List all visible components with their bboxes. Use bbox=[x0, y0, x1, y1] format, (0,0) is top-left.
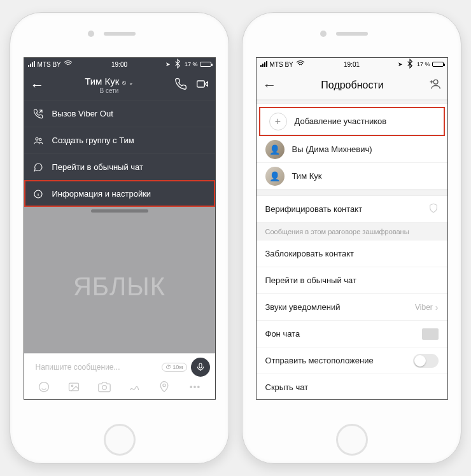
phone-camera bbox=[88, 31, 94, 37]
carrier-label: MTS BY bbox=[38, 61, 61, 68]
battery-icon bbox=[432, 62, 444, 67]
chat-title-text: Тим Кук bbox=[85, 76, 119, 87]
presence-label: В сети bbox=[51, 87, 168, 94]
svg-rect-6 bbox=[69, 383, 79, 391]
screen-left: MTS BY 19:00 ➤ 17 % ← bbox=[24, 57, 216, 400]
svg-point-1 bbox=[36, 137, 38, 140]
menu-label: Вызов Viber Out bbox=[52, 109, 113, 118]
phone-frame-left: MTS BY 19:00 ➤ 17 % ← bbox=[10, 12, 229, 464]
svg-rect-0 bbox=[197, 81, 204, 87]
bluetooth-icon bbox=[172, 59, 183, 70]
sheet-handle[interactable] bbox=[24, 207, 215, 220]
svg-point-9 bbox=[163, 384, 165, 386]
svg-point-7 bbox=[72, 385, 74, 387]
location-arrow-icon: ➤ bbox=[165, 61, 171, 67]
svg-point-11 bbox=[194, 386, 196, 388]
doodle-button[interactable] bbox=[128, 381, 141, 396]
menu-viber-out[interactable]: Вызов Viber Out bbox=[24, 100, 215, 127]
background-swatch bbox=[422, 328, 439, 340]
row-label: Фон чата bbox=[265, 329, 300, 339]
group-icon bbox=[33, 136, 43, 146]
row-notification-sounds[interactable]: Звуки уведомлений Viber › bbox=[257, 294, 447, 321]
status-bar: MTS BY 19:00 ➤ 17 % bbox=[24, 58, 215, 71]
emoji-button[interactable] bbox=[38, 381, 50, 396]
menu-create-group[interactable]: Создать группу с Тим bbox=[24, 127, 215, 153]
back-button[interactable]: ← bbox=[263, 77, 277, 94]
plus-icon: + bbox=[269, 113, 287, 130]
row-hide-chat[interactable]: Скрыть чат bbox=[257, 374, 447, 399]
row-label: Скрыть чат bbox=[265, 382, 309, 392]
toggle-off[interactable] bbox=[413, 354, 439, 368]
menu-label: Информация и настройки bbox=[52, 189, 151, 199]
row-label: Перейти в обычный чат bbox=[265, 276, 357, 285]
shield-icon bbox=[428, 203, 439, 215]
battery-percent: 17 % bbox=[185, 61, 198, 67]
row-label: Звуки уведомлений bbox=[265, 302, 341, 312]
phone-frame-right: MTS BY 19:01 ➤ 17 % ← Подробности bbox=[242, 12, 461, 464]
signal-icon bbox=[260, 61, 268, 68]
status-time: 19:01 bbox=[344, 61, 360, 68]
svg-rect-4 bbox=[199, 363, 202, 368]
bluetooth-icon bbox=[405, 59, 415, 70]
timer-value: 10м bbox=[172, 364, 183, 370]
location-arrow-icon: ➤ bbox=[398, 61, 403, 67]
details-list[interactable]: + Добавление участников 👤 Вы (Дима Михне… bbox=[257, 100, 447, 399]
timer-pill[interactable]: ⏱ 10м bbox=[162, 363, 187, 372]
svg-point-8 bbox=[102, 386, 106, 390]
details-header: ← Подробности bbox=[257, 71, 447, 100]
mic-button[interactable] bbox=[191, 358, 210, 377]
row-send-location[interactable]: Отправить местоположение bbox=[257, 347, 447, 374]
home-button[interactable] bbox=[104, 424, 136, 456]
add-participant-button[interactable] bbox=[428, 78, 441, 93]
menu-label: Создать группу с Тим bbox=[52, 136, 134, 145]
chevron-right-icon: › bbox=[435, 302, 439, 312]
participant-you[interactable]: 👤 Вы (Дима Михневич) bbox=[257, 136, 447, 163]
video-call-button[interactable] bbox=[196, 78, 209, 93]
participant-tim[interactable]: 👤 Тим Кук bbox=[257, 163, 447, 190]
svg-point-13 bbox=[433, 80, 438, 84]
participant-name: Тим Кук bbox=[292, 171, 322, 181]
top-dark-section: MTS BY 19:00 ➤ 17 % ← bbox=[24, 58, 215, 207]
menu-label: Перейти в обычный чат bbox=[52, 162, 144, 172]
phone-speaker bbox=[336, 32, 368, 36]
menu-regular-chat[interactable]: Перейти в обычный чат bbox=[24, 153, 215, 180]
encryption-note: Сообщения в этом разговоре зашифрованы bbox=[257, 223, 447, 241]
phone-camera bbox=[320, 31, 327, 37]
location-button[interactable] bbox=[158, 381, 171, 396]
menu-info-settings[interactable]: Информация и настройки bbox=[24, 180, 215, 207]
compose-bar: Напишите сообщение... ⏱ 10м bbox=[24, 353, 215, 380]
row-regular-chat[interactable]: Перейти в обычный чат bbox=[257, 267, 447, 294]
more-button[interactable] bbox=[188, 381, 201, 396]
info-icon bbox=[33, 189, 43, 199]
avatar: 👤 bbox=[265, 167, 285, 186]
chat-title[interactable]: Тим Кук ⎋ ⌄ bbox=[51, 76, 168, 87]
svg-point-5 bbox=[39, 382, 49, 392]
chat-dropdown-menu: Вызов Viber Out Создать группу с Тим Пер… bbox=[24, 100, 215, 207]
gallery-button[interactable] bbox=[67, 381, 80, 396]
back-button[interactable]: ← bbox=[31, 77, 45, 94]
chat-icon bbox=[33, 162, 43, 172]
camera-button[interactable] bbox=[98, 381, 111, 396]
svg-point-2 bbox=[39, 138, 41, 140]
voice-call-button[interactable] bbox=[174, 78, 187, 93]
message-placeholder: Напишите сообщение... bbox=[36, 363, 120, 372]
chevron-down-icon: ⌄ bbox=[129, 80, 134, 86]
chat-header: ← Тим Кук ⎋ ⌄ В сети bbox=[24, 71, 215, 100]
status-time: 19:00 bbox=[111, 61, 127, 68]
phone-speaker bbox=[104, 32, 136, 36]
status-bar: MTS BY 19:01 ➤ 17 % bbox=[257, 58, 447, 71]
lock-icon: ⎋ bbox=[122, 79, 126, 86]
svg-point-10 bbox=[190, 386, 192, 388]
row-block-contact[interactable]: Заблокировать контакт bbox=[257, 241, 447, 267]
watermark: ЯБЛЫК bbox=[73, 272, 165, 301]
row-verify-contact[interactable]: Верифицировать контакт bbox=[257, 196, 447, 223]
row-label: Верифицировать контакт bbox=[265, 204, 363, 214]
row-chat-background[interactable]: Фон чата bbox=[257, 321, 447, 347]
page-title: Подробности bbox=[283, 80, 422, 91]
chat-background: ЯБЛЫК bbox=[24, 220, 215, 353]
message-input[interactable]: Напишите сообщение... bbox=[29, 363, 158, 372]
row-add-participants[interactable]: + Добавление участников bbox=[260, 108, 444, 135]
row-label: Добавление участников bbox=[295, 116, 387, 126]
home-button[interactable] bbox=[336, 424, 368, 456]
svg-point-12 bbox=[197, 386, 199, 388]
